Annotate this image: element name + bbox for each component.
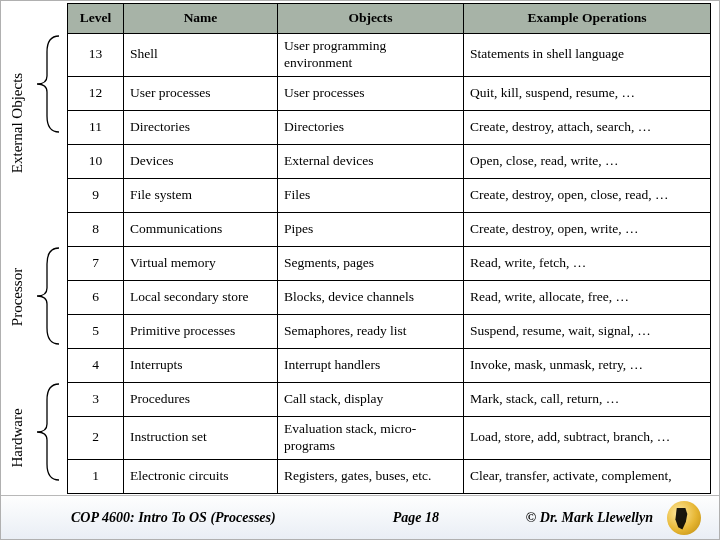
cell-objects: Interrupt handlers (278, 348, 464, 382)
footer-page: Page 18 (276, 510, 526, 526)
cell-name: Primitive processes (124, 314, 278, 348)
cell-objects: Call stack, display (278, 382, 464, 416)
table-row: 4InterruptsInterrupt handlersInvoke, mas… (68, 348, 711, 382)
cell-name: Devices (124, 144, 278, 178)
cell-name: Shell (124, 34, 278, 77)
cell-ops: Quit, kill, suspend, resume, … (464, 76, 711, 110)
cell-name: File system (124, 178, 278, 212)
slide-content: External Objects Processor Hardware Leve… (23, 3, 711, 493)
cell-level: 13 (68, 34, 124, 77)
table-row: 11DirectoriesDirectoriesCreate, destroy,… (68, 110, 711, 144)
bracket-column: External Objects Processor Hardware (23, 3, 63, 493)
cell-level: 4 (68, 348, 124, 382)
cell-ops: Statements in shell language (464, 34, 711, 77)
bracket-label: Hardware (9, 408, 26, 467)
cell-name: Directories (124, 110, 278, 144)
cell-name: Procedures (124, 382, 278, 416)
cell-level: 5 (68, 314, 124, 348)
cell-ops: Create, destroy, open, write, … (464, 212, 711, 246)
cell-ops: Create, destroy, attach, search, … (464, 110, 711, 144)
cell-name: Interrupts (124, 348, 278, 382)
col-level: Level (68, 4, 124, 34)
cell-level: 2 (68, 416, 124, 459)
col-ops: Example Operations (464, 4, 711, 34)
table-row: 3ProceduresCall stack, displayMark, stac… (68, 382, 711, 416)
cell-objects: Blocks, device channels (278, 280, 464, 314)
cell-level: 7 (68, 246, 124, 280)
brace-icon (23, 34, 63, 134)
col-objects: Objects (278, 4, 464, 34)
table-row: 5Primitive processesSemaphores, ready li… (68, 314, 711, 348)
bracket-external-objects: External Objects (23, 34, 63, 213)
bracket-hardware: Hardware (23, 382, 63, 493)
cell-ops: Invoke, mask, unmask, retry, … (464, 348, 711, 382)
levels-table-wrapper: Level Name Objects Example Operations 13… (67, 3, 711, 493)
cell-ops: Open, close, read, write, … (464, 144, 711, 178)
cell-objects: User programming environment (278, 34, 464, 77)
bracket-label: External Objects (9, 73, 26, 173)
cell-ops: Clear, transfer, activate, complement, (464, 459, 711, 493)
table-header-row: Level Name Objects Example Operations (68, 4, 711, 34)
cell-objects: Pipes (278, 212, 464, 246)
cell-ops: Mark, stack, call, return, … (464, 382, 711, 416)
cell-level: 9 (68, 178, 124, 212)
cell-ops: Create, destroy, open, close, read, … (464, 178, 711, 212)
table-row: 13ShellUser programming environmentState… (68, 34, 711, 77)
cell-level: 1 (68, 459, 124, 493)
cell-objects: Files (278, 178, 464, 212)
cell-objects: User processes (278, 76, 464, 110)
cell-ops: Load, store, add, subtract, branch, … (464, 416, 711, 459)
cell-ops: Suspend, resume, wait, signal, … (464, 314, 711, 348)
footer-copyright: © Dr. Mark Llewellyn (526, 510, 667, 526)
slide-footer: COP 4600: Intro To OS (Processes) Page 1… (1, 495, 719, 539)
cell-name: User processes (124, 76, 278, 110)
brace-icon (23, 246, 63, 346)
cell-level: 6 (68, 280, 124, 314)
table-row: 12User processesUser processesQuit, kill… (68, 76, 711, 110)
table-row: 1Electronic circuitsRegisters, gates, bu… (68, 459, 711, 493)
cell-objects: Directories (278, 110, 464, 144)
cell-name: Local secondary store (124, 280, 278, 314)
cell-objects: Registers, gates, buses, etc. (278, 459, 464, 493)
table-row: 8CommunicationsPipesCreate, destroy, ope… (68, 212, 711, 246)
table-row: 6Local secondary storeBlocks, device cha… (68, 280, 711, 314)
cell-objects: Evaluation stack, micro-programs (278, 416, 464, 459)
cell-name: Electronic circuits (124, 459, 278, 493)
cell-ops: Read, write, allocate, free, … (464, 280, 711, 314)
cell-level: 10 (68, 144, 124, 178)
footer-course: COP 4600: Intro To OS (Processes) (1, 510, 276, 526)
bracket-label: Processor (9, 268, 26, 326)
cell-objects: Segments, pages (278, 246, 464, 280)
table-row: 9File systemFilesCreate, destroy, open, … (68, 178, 711, 212)
table-row: 10DevicesExternal devicesOpen, close, re… (68, 144, 711, 178)
cell-name: Communications (124, 212, 278, 246)
cell-level: 12 (68, 76, 124, 110)
cell-name: Virtual memory (124, 246, 278, 280)
cell-objects: External devices (278, 144, 464, 178)
col-name: Name (124, 4, 278, 34)
bracket-processor: Processor (23, 246, 63, 348)
table-row: 7Virtual memorySegments, pagesRead, writ… (68, 246, 711, 280)
cell-objects: Semaphores, ready list (278, 314, 464, 348)
university-logo-icon (667, 501, 701, 535)
cell-level: 11 (68, 110, 124, 144)
cell-level: 8 (68, 212, 124, 246)
cell-name: Instruction set (124, 416, 278, 459)
table-row: 2Instruction setEvaluation stack, micro-… (68, 416, 711, 459)
levels-table: Level Name Objects Example Operations 13… (67, 3, 711, 494)
cell-level: 3 (68, 382, 124, 416)
brace-icon (23, 382, 63, 482)
cell-ops: Read, write, fetch, … (464, 246, 711, 280)
